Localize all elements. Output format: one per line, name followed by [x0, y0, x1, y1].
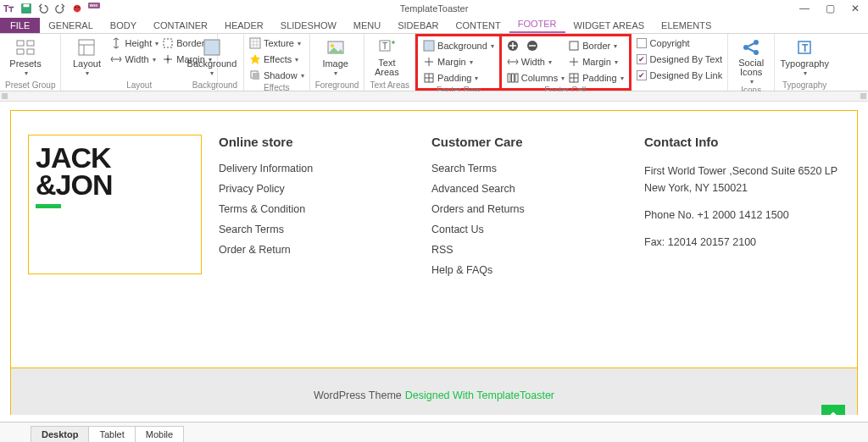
checkbox-icon: ✔ — [637, 54, 647, 64]
border-icon — [162, 37, 174, 49]
text-areas-button[interactable]: T Text Areas — [370, 36, 403, 77]
margin-icon — [568, 56, 580, 68]
fc-margin-button[interactable]: Margin▾ — [568, 54, 623, 69]
view-tab-mobile[interactable]: Mobile — [135, 426, 184, 442]
footer-credit-row[interactable]: WordPress Theme Designed With TemplateTo… — [10, 368, 858, 415]
view-tabs: Desktop Tablet Mobile — [0, 422, 868, 442]
background-button[interactable]: Background▾ — [192, 36, 232, 77]
tab-body[interactable]: BODY — [102, 18, 145, 33]
footer-link[interactable]: Help & FAQs — [431, 264, 627, 276]
maximize-button[interactable]: ▢ — [817, 3, 843, 14]
footer-link[interactable]: Search Terms — [219, 224, 415, 235]
tab-content[interactable]: CONTENT — [448, 18, 509, 33]
checkbox-icon: ✔ — [637, 70, 647, 80]
tab-slideshow[interactable]: SLIDESHOW — [272, 18, 345, 33]
group-social: Social Icons▾ Icons — [728, 34, 775, 91]
svg-point-4 — [75, 6, 76, 8]
social-icons-button[interactable]: Social Icons▾ — [733, 36, 769, 86]
footer-link[interactable]: Delivery Information — [219, 163, 415, 174]
footer-col-care[interactable]: Customer Care Search Terms Advanced Sear… — [431, 135, 627, 285]
fr-padding-button[interactable]: Padding▾ — [423, 70, 494, 86]
shadow-button[interactable]: Shadow▾ — [249, 68, 304, 83]
tab-sidebar[interactable]: SIDEBAR — [389, 18, 447, 33]
presets-label: Presets — [9, 58, 41, 69]
height-button[interactable]: Height▾ — [110, 36, 159, 51]
tab-footer[interactable]: FOOTER — [509, 16, 565, 33]
typography-icon: T — [794, 37, 815, 58]
col-title: Customer Care — [431, 135, 627, 149]
fc-width-button[interactable]: Width▾ — [507, 54, 565, 69]
tab-header[interactable]: HEADER — [216, 18, 272, 33]
svg-point-3 — [74, 5, 81, 13]
fc-columns-button[interactable]: Columns▾ — [507, 70, 565, 86]
fc-padding-button[interactable]: Padding▾ — [568, 70, 623, 86]
group-typography: T Typography▾ Typography — [775, 34, 834, 91]
footer-link[interactable]: Terms & Condition — [219, 203, 415, 215]
svg-rect-2 — [24, 4, 30, 8]
tab-menu[interactable]: MENU — [345, 18, 389, 33]
bug-icon[interactable] — [71, 3, 83, 14]
fr-margin-button[interactable]: Margin▾ — [423, 54, 494, 69]
designed-text-checkbox[interactable]: ✔Designed By Text — [637, 52, 723, 67]
quick-access-toolbar: Tᴛ woo — [0, 3, 100, 14]
credit-prefix: WordPress Theme — [314, 390, 402, 401]
width-button[interactable]: Width▾ — [110, 52, 159, 67]
undo-icon[interactable] — [37, 3, 49, 14]
presets-icon — [15, 37, 36, 58]
minus-icon — [526, 40, 538, 52]
tab-elements[interactable]: ELEMENTS — [653, 18, 720, 33]
col-title: Contact Info — [644, 135, 840, 149]
footer-link[interactable]: Advanced Search — [431, 183, 627, 195]
layout-icon — [76, 37, 97, 58]
svg-text:T: T — [382, 41, 387, 51]
woo-icon[interactable]: woo — [88, 3, 100, 14]
checkbox-icon — [637, 38, 647, 48]
ribbon: Presets▾ Preset Group Layout▾ Height▾ Wi… — [0, 34, 868, 91]
credit-link[interactable]: Designed With TemplateToaster — [405, 390, 554, 401]
minimize-button[interactable]: — — [792, 3, 817, 14]
designed-link-checkbox[interactable]: ✔Designed By Link — [637, 68, 723, 83]
layout-button[interactable]: Layout▾ — [66, 36, 107, 77]
copyright-checkbox[interactable]: Copyright — [637, 36, 723, 51]
svg-text:T: T — [802, 42, 809, 54]
effects-button[interactable]: Effects▾ — [249, 52, 304, 67]
tab-widget-areas[interactable]: WIDGET AREAS — [565, 18, 654, 33]
group-links: Copyright ✔Designed By Text ✔Designed By… — [632, 34, 729, 91]
view-tab-tablet[interactable]: Tablet — [88, 426, 135, 442]
columns-icon — [507, 72, 519, 84]
footer-section[interactable]: JACK &JON Online store Delivery Informat… — [10, 110, 858, 368]
footer-logo-cell[interactable]: JACK &JON — [28, 135, 202, 274]
contact-fax: Fax: 12014 20157 2100 — [644, 234, 840, 251]
fc-border-button[interactable]: Border▾ — [568, 38, 623, 53]
footer-link[interactable]: Orders and Returns — [431, 203, 627, 215]
footer-link[interactable]: Search Terms — [431, 163, 627, 174]
tab-general[interactable]: GENERAL — [40, 18, 102, 33]
redo-icon[interactable] — [54, 3, 66, 14]
footer-link[interactable]: RSS — [431, 244, 627, 256]
file-tab[interactable]: FILE — [0, 18, 40, 33]
svg-rect-9 — [27, 41, 34, 46]
fr-background-button[interactable]: Background▾ — [423, 38, 494, 53]
footer-col-store[interactable]: Online store Delivery Information Privac… — [219, 135, 415, 285]
footer-col-contact[interactable]: Contact Info First World Tower ,Second S… — [644, 135, 840, 285]
presets-button[interactable]: Presets▾ — [5, 36, 46, 77]
ruler — [0, 91, 868, 102]
view-tab-desktop[interactable]: Desktop — [31, 426, 89, 442]
svg-rect-20 — [253, 73, 259, 80]
footer-link[interactable]: Privacy Policy — [219, 183, 415, 195]
design-canvas[interactable]: JACK &JON Online store Delivery Informat… — [0, 102, 868, 415]
typography-button[interactable]: T Typography▾ — [780, 36, 829, 77]
close-button[interactable]: ✕ — [843, 3, 868, 14]
bg-icon — [423, 40, 435, 52]
fc-add-remove[interactable] — [507, 38, 565, 53]
width-icon — [507, 56, 519, 68]
image-icon — [326, 37, 346, 58]
title-bar: Tᴛ woo TemplateToaster — ▢ ✕ — [0, 0, 868, 17]
image-button[interactable]: Image▾ — [315, 36, 356, 77]
footer-link[interactable]: Order & Return — [219, 244, 415, 256]
tab-container[interactable]: CONTAINER — [145, 18, 216, 33]
scroll-top-button[interactable] — [821, 405, 845, 415]
footer-link[interactable]: Contact Us — [431, 224, 627, 235]
save-icon[interactable] — [20, 3, 32, 14]
texture-button[interactable]: Texture▾ — [249, 36, 304, 51]
